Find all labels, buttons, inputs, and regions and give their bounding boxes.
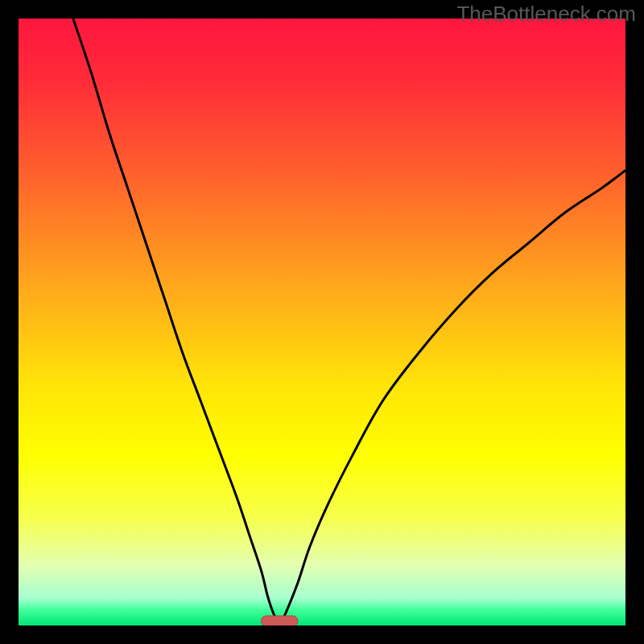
bottleneck-marker — [262, 616, 298, 625]
chart-background — [19, 19, 625, 625]
bottleneck-chart — [19, 19, 625, 625]
chart-frame: TheBottleneck.com — [0, 0, 644, 644]
watermark-text: TheBottleneck.com — [456, 2, 636, 27]
